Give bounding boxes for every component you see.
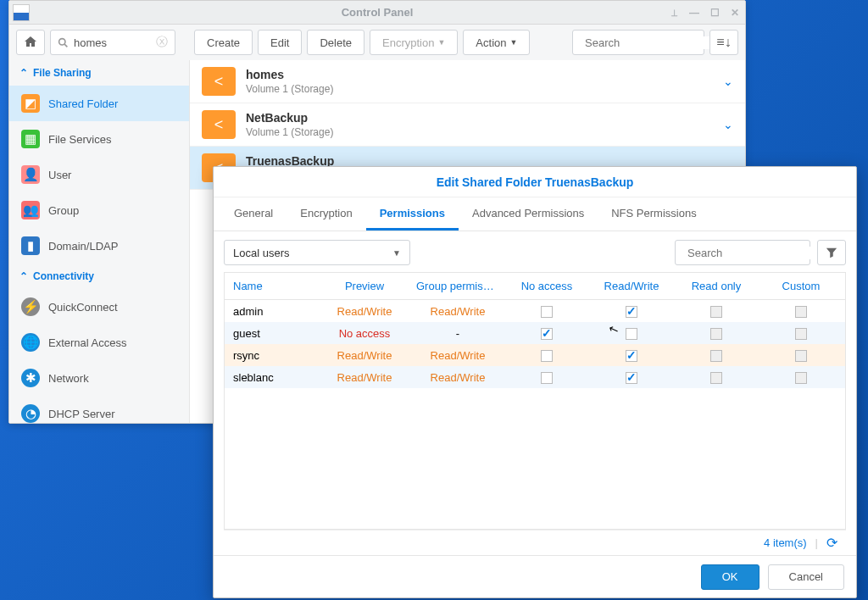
content-search[interactable] [572, 30, 704, 55]
dialog-title: Edit Shared Folder TruenasBackup [214, 167, 856, 197]
svg-line-1 [64, 44, 67, 47]
sidebar-item-shared-folder[interactable]: ◩ Shared Folder [9, 86, 189, 121]
cell-group: - [411, 327, 504, 340]
minimize-icon[interactable]: — [687, 7, 701, 19]
tab-permissions[interactable]: Permissions [366, 197, 459, 231]
cell-rw[interactable] [589, 370, 674, 384]
delete-button[interactable]: Delete [307, 30, 364, 55]
col-noaccess[interactable]: No access [504, 280, 589, 292]
cell-preview: No access [318, 327, 411, 340]
permissions-search[interactable] [675, 240, 810, 265]
sidebar-item-domain[interactable]: ▮ Domain/LDAP [9, 228, 189, 264]
cancel-button[interactable]: Cancel [768, 564, 844, 590]
tab-nfs-permissions[interactable]: NFS Permissions [598, 197, 709, 231]
cell-noaccess[interactable] [504, 304, 589, 318]
section-connectivity[interactable]: ⌃ Connectivity [9, 264, 189, 289]
cell-ro[interactable] [674, 304, 759, 318]
tabs: General Encryption Permissions Advanced … [214, 197, 856, 231]
toolbar: ⓧ Create Edit Delete Encryption ▼ Action… [9, 25, 745, 60]
edit-shared-folder-dialog: Edit Shared Folder TruenasBackup General… [213, 166, 857, 598]
cell-preview: Read/Write [318, 305, 411, 318]
cell-noaccess[interactable] [504, 348, 589, 362]
select-value: Local users [233, 247, 289, 259]
cell-custom[interactable] [759, 326, 843, 340]
cell-ro[interactable] [674, 370, 759, 384]
close-icon[interactable]: ✕ [728, 7, 742, 19]
sort-button[interactable]: ≡↓ [709, 30, 738, 55]
sidebar-item-file-services[interactable]: ▦ File Services [9, 121, 189, 157]
folder-subtitle: Volume 1 (Storage) [246, 126, 723, 138]
col-rw[interactable]: Read/Write [589, 280, 674, 292]
sidebar-item-user[interactable]: 👤 User [9, 157, 189, 192]
chevron-down-icon: ▼ [392, 248, 401, 258]
sidebar-item-quickconnect[interactable]: ⚡ QuickConnect [9, 289, 189, 325]
window-title: Control Panel [342, 6, 414, 19]
cell-ro[interactable] [674, 326, 759, 340]
col-preview[interactable]: Preview [318, 280, 411, 292]
folder-name: homes [246, 68, 723, 81]
clear-search-icon[interactable]: ⓧ [156, 35, 168, 50]
encryption-label: Encryption [382, 36, 434, 49]
cell-rw[interactable] [589, 326, 674, 340]
cell-rw[interactable] [589, 348, 674, 362]
sidebar-item-network[interactable]: ✱ Network [9, 360, 189, 396]
sidebar-search-input[interactable] [74, 36, 156, 49]
refresh-button[interactable]: ⟳ [826, 535, 837, 551]
section-file-sharing[interactable]: ⌃ File Sharing [9, 60, 189, 86]
encryption-button[interactable]: Encryption ▼ [370, 30, 458, 55]
sidebar-search[interactable]: ⓧ [50, 30, 175, 55]
ok-button[interactable]: OK [701, 564, 760, 590]
col-custom[interactable]: Custom [759, 280, 843, 292]
user-scope-select[interactable]: Local users ▼ [224, 240, 410, 265]
action-label: Action [476, 36, 506, 49]
chevron-down-icon[interactable]: ⌄ [723, 118, 733, 131]
maximize-icon[interactable]: ☐ [708, 7, 721, 19]
cell-ro[interactable] [674, 348, 759, 362]
content-search-input[interactable] [585, 36, 727, 49]
tab-general[interactable]: General [220, 197, 287, 231]
app-logo-icon [13, 4, 30, 21]
action-button[interactable]: Action ▼ [463, 30, 530, 55]
edit-button[interactable]: Edit [258, 30, 302, 55]
filter-button[interactable] [817, 240, 846, 265]
dhcp-icon: ◔ [21, 404, 40, 423]
sidebar-item-external-access[interactable]: 🌐 External Access [9, 325, 189, 360]
col-ro[interactable]: Read only [674, 280, 759, 292]
col-group[interactable]: Group permissi… [411, 280, 504, 292]
chevron-down-icon[interactable]: ⌄ [723, 75, 733, 88]
table-row[interactable]: guestNo access- [225, 322, 845, 344]
cell-name: admin [225, 305, 318, 318]
table-row[interactable]: rsyncRead/WriteRead/Write [225, 344, 845, 366]
cell-custom[interactable] [759, 348, 843, 362]
shared-folder-icon: < [202, 110, 236, 139]
user-icon: 👤 [21, 165, 40, 184]
tab-advanced-permissions[interactable]: Advanced Permissions [459, 197, 598, 231]
sidebar-item-group[interactable]: 👥 Group [9, 192, 189, 228]
cell-custom[interactable] [759, 370, 843, 384]
chevron-down-icon: ▼ [437, 38, 445, 47]
permissions-search-input[interactable] [687, 247, 830, 259]
sidebar-item-label: Group [48, 204, 79, 217]
sidebar-item-label: User [48, 169, 71, 181]
cell-rw[interactable] [589, 304, 674, 318]
table-row[interactable]: sleblancRead/WriteRead/Write [225, 366, 845, 388]
pin-icon[interactable]: ⟂ [667, 7, 681, 19]
home-button[interactable] [16, 30, 45, 55]
cell-noaccess[interactable] [504, 326, 589, 340]
cell-name: rsync [225, 349, 318, 362]
chevron-up-icon: ⌃ [19, 270, 28, 282]
cell-noaccess[interactable] [504, 370, 589, 384]
permissions-grid: Name Preview Group permissi… No access R… [224, 272, 846, 530]
sidebar-item-dhcp[interactable]: ◔ DHCP Server [9, 396, 189, 423]
tab-encryption[interactable]: Encryption [287, 197, 365, 231]
section-label: Connectivity [33, 270, 94, 282]
cell-custom[interactable] [759, 304, 843, 318]
table-row[interactable]: adminRead/WriteRead/Write [225, 300, 845, 322]
folder-row-homes[interactable]: < homes Volume 1 (Storage) ⌄ [190, 60, 745, 103]
group-icon: 👥 [21, 201, 40, 219]
folder-row-netbackup[interactable]: < NetBackup Volume 1 (Storage) ⌄ [190, 103, 745, 147]
create-button[interactable]: Create [194, 30, 253, 55]
col-name[interactable]: Name [225, 280, 318, 292]
sidebar-item-label: External Access [48, 336, 127, 349]
sidebar-item-label: File Services [48, 133, 111, 146]
